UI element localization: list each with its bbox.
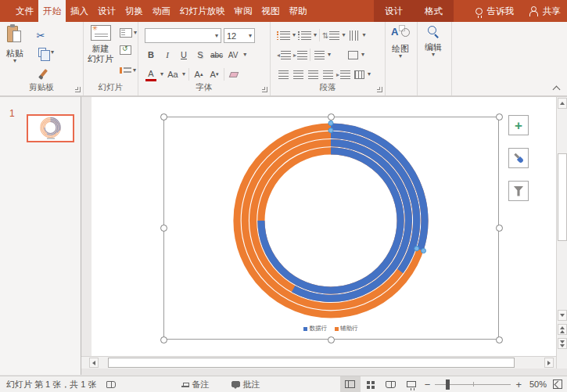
layout-dropdown-caret[interactable]: ▾ (134, 31, 137, 35)
editing-button[interactable]: 编辑 ▾ (425, 25, 442, 57)
selection-handle-top-center[interactable] (328, 113, 335, 120)
selection-handle-bottom-left[interactable] (160, 336, 167, 343)
line-spacing-caret[interactable]: ▾ (342, 33, 345, 38)
paste-button[interactable]: 粘贴 ▾ (6, 25, 23, 63)
previous-slide-button[interactable] (558, 324, 567, 335)
next-slide-button[interactable] (558, 338, 567, 349)
text-direction-button[interactable] (347, 28, 360, 42)
chart-filters-button[interactable] (508, 181, 529, 201)
smartart-caret[interactable]: ▾ (368, 72, 371, 77)
horizontal-scrollbar[interactable] (81, 356, 556, 369)
proofing-button[interactable] (102, 376, 120, 392)
zoom-slider-track[interactable] (435, 384, 511, 385)
strikethrough-button[interactable]: abc (210, 48, 223, 62)
increase-indent-button[interactable] (293, 48, 307, 62)
decrease-indent-button[interactable] (277, 48, 291, 62)
scroll-up-button[interactable] (558, 98, 567, 109)
selection-handle-bottom-center[interactable] (328, 336, 335, 343)
selection-handle-top-right[interactable] (496, 113, 503, 120)
tab-view[interactable]: 视图 (257, 0, 285, 22)
tab-transitions[interactable]: 切换 (120, 0, 148, 22)
font-color-button[interactable]: A (145, 67, 157, 81)
clear-formatting-button[interactable] (228, 67, 240, 81)
scroll-right-button[interactable] (544, 358, 554, 368)
copy-button[interactable] (36, 45, 48, 59)
zoom-percentage[interactable]: 50% (525, 379, 547, 389)
tell-me-button[interactable]: 告诉我 (487, 5, 515, 17)
change-case-caret[interactable]: ▾ (182, 72, 185, 77)
grow-font-button[interactable]: A▴ (192, 67, 205, 81)
zoom-slider-thumb[interactable] (446, 379, 450, 390)
zoom-out-button[interactable]: − (425, 379, 431, 390)
horizontal-scroll-thumb[interactable] (108, 358, 515, 368)
numbering-button[interactable] (298, 28, 311, 42)
font-size-combobox[interactable]: 12 ▾ (224, 28, 255, 43)
tab-review[interactable]: 审阅 (230, 0, 257, 22)
collapse-ribbon-button[interactable] (553, 85, 561, 92)
scroll-down-button[interactable] (558, 310, 567, 321)
drawing-button[interactable]: A 绘图 ▾ (391, 25, 410, 59)
comments-button[interactable]: 批注 (227, 376, 265, 392)
cut-button[interactable]: ✂ (34, 28, 47, 42)
underline-button[interactable]: U (178, 48, 190, 62)
tab-home[interactable]: 开始 (38, 0, 66, 22)
columns-caret[interactable]: ▾ (328, 52, 331, 57)
notes-button[interactable]: 备注 (177, 376, 214, 392)
slide-sorter-view-button[interactable] (361, 376, 381, 392)
normal-view-button[interactable] (340, 376, 361, 392)
vertical-scroll-thumb[interactable] (558, 153, 567, 241)
tab-chart-format[interactable]: 格式 (414, 0, 454, 22)
bold-button[interactable]: B (145, 48, 157, 62)
reset-slide-icon[interactable] (120, 45, 131, 55)
tab-slideshow[interactable]: 幻灯片放映 (175, 0, 230, 22)
slideshow-view-button[interactable] (401, 376, 422, 392)
character-spacing-button[interactable]: AV (227, 48, 239, 62)
line-spacing-button[interactable] (322, 28, 339, 42)
spacing-caret[interactable]: ▾ (243, 52, 246, 57)
scroll-left-button[interactable] (89, 358, 99, 368)
clipboard-dialog-launcher[interactable] (75, 87, 81, 92)
new-slide-button[interactable]: 新建 幻灯片 (88, 25, 113, 64)
tab-insert[interactable]: 插入 (66, 0, 93, 22)
tab-chart-design[interactable]: 设计 (374, 0, 414, 22)
tab-help[interactable]: 帮助 (285, 0, 312, 22)
copy-dropdown-caret[interactable]: ▾ (51, 50, 54, 55)
columns-button[interactable] (313, 48, 325, 62)
text-shadow-button[interactable]: S (194, 48, 206, 62)
slide-layout-icon[interactable] (120, 28, 132, 38)
font-color-caret[interactable]: ▾ (160, 72, 163, 77)
font-name-combobox[interactable]: ▾ (145, 28, 221, 43)
vertical-scrollbar[interactable] (556, 96, 567, 369)
font-dialog-launcher[interactable] (262, 87, 267, 92)
justify-button[interactable] (321, 67, 334, 81)
numbering-caret[interactable]: ▾ (314, 33, 317, 38)
align-text-button[interactable] (346, 48, 359, 62)
section-icon[interactable] (120, 66, 131, 75)
bullets-caret[interactable]: ▾ (292, 33, 296, 38)
reading-view-button[interactable] (381, 376, 401, 392)
shrink-font-button[interactable]: A▾ (208, 67, 221, 81)
selection-handle-middle-right[interactable] (496, 225, 503, 232)
fit-to-window-button[interactable] (553, 379, 562, 389)
bullets-button[interactable] (277, 28, 290, 42)
legend-item-aux[interactable]: 辅助行 (335, 325, 358, 333)
selection-handle-middle-left[interactable] (160, 225, 167, 232)
paragraph-dialog-launcher[interactable] (377, 87, 382, 92)
align-text-caret[interactable]: ▾ (361, 52, 364, 57)
smartart-convert-button[interactable] (353, 67, 365, 81)
format-painter-button[interactable] (38, 66, 50, 80)
slide-1-thumbnail[interactable] (27, 114, 74, 142)
distribute-button[interactable] (336, 67, 350, 81)
selection-handle-top-left[interactable] (160, 113, 167, 120)
align-left-button[interactable] (277, 67, 289, 81)
text-direction-caret[interactable]: ▾ (362, 33, 365, 38)
italic-button[interactable]: I (161, 48, 174, 62)
tab-file[interactable]: 文件 (11, 0, 38, 22)
chart-styles-button[interactable] (508, 148, 529, 168)
chart-elements-button[interactable]: + (508, 115, 529, 135)
change-case-button[interactable]: Aa (167, 67, 179, 81)
zoom-in-button[interactable]: + (515, 379, 522, 390)
chart-legend[interactable]: 数据行 辅助行 (253, 325, 409, 333)
section-dropdown-caret[interactable]: ▾ (133, 68, 136, 73)
tab-animations[interactable]: 动画 (148, 0, 175, 22)
